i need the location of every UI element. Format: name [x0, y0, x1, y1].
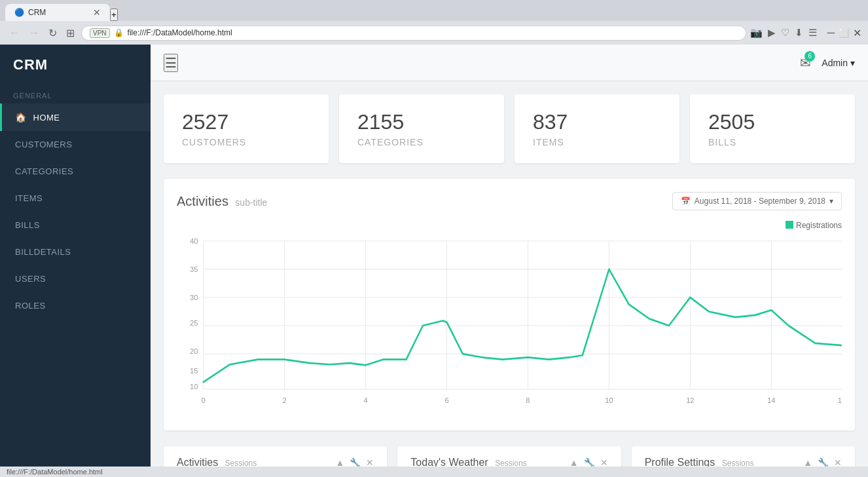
svg-text:10: 10 — [190, 383, 198, 391]
sidebar-item-home[interactable]: 🏠 Home — [0, 104, 151, 131]
activities-chart-card: Activities sub-title 📅 August 11, 2018 -… — [164, 179, 855, 430]
tab-title: CRM — [28, 8, 46, 17]
svg-text:8: 8 — [526, 396, 530, 404]
bills-number: 2505 — [708, 110, 837, 134]
sidebar-label-roles: ROLES — [15, 301, 46, 311]
svg-text:4: 4 — [363, 396, 368, 404]
topbar-right: ✉ 6 Admin ▾ — [800, 55, 855, 71]
legend-color-box — [786, 221, 793, 229]
svg-text:12: 12 — [686, 396, 694, 404]
svg-text:2: 2 — [282, 396, 286, 404]
svg-text:16: 16 — [838, 396, 842, 404]
categories-number: 2155 — [357, 110, 486, 134]
chart-legend: Registrations — [177, 221, 842, 230]
new-tab-button[interactable]: + — [110, 9, 118, 21]
minimize-button[interactable]: ─ — [827, 27, 835, 39]
svg-text:40: 40 — [190, 237, 198, 245]
sidebar-label-bills: BILLS — [15, 220, 40, 230]
svg-text:10: 10 — [605, 396, 613, 404]
items-number: 837 — [533, 110, 661, 134]
cast-button[interactable]: ▶ — [768, 27, 776, 39]
main-content: ☰ ✉ 6 Admin ▾ 2527 CUSTOMERS — [151, 45, 868, 477]
sidebar-label-home: Home — [33, 113, 60, 123]
customers-label: CUSTOMERS — [182, 137, 310, 147]
chevron-down-icon: ▾ — [850, 58, 855, 68]
chart-container: 40 35 30 25 20 15 10 0 2 4 6 8 10 — [177, 234, 842, 417]
date-range-picker[interactable]: 📅 August 11, 2018 - September 9, 2018 ▾ — [672, 192, 842, 210]
notification-badge: 6 — [805, 51, 815, 62]
browser-chrome: 🔵 CRM ✕ + ← → ↻ ⊞ VPN 🔒 file:///F:/DataM… — [0, 0, 868, 45]
chart-title-area: Activities sub-title — [177, 194, 267, 209]
svg-text:14: 14 — [767, 396, 776, 404]
vpn-badge: VPN — [90, 28, 110, 38]
address-bar[interactable]: VPN 🔒 file:///F:/DataModel/home.html — [81, 26, 746, 41]
sidebar-label-billdetails: BILLDETAILS — [15, 247, 71, 257]
address-text: file:///F:/DataModel/home.html — [128, 28, 232, 37]
sidebar-item-customers[interactable]: CUSTOMERS — [0, 131, 151, 158]
categories-label: CATEGORIES — [357, 137, 486, 147]
chevron-down-icon: ▾ — [829, 197, 833, 206]
sidebar-label-customers: CUSTOMERS — [15, 140, 72, 149]
app-wrapper: CRM GENERAL 🏠 Home CUSTOMERS CATEGORIES … — [0, 45, 868, 477]
stats-row: 2527 CUSTOMERS 2155 CATEGORIES 837 ITEMS… — [164, 94, 855, 163]
customers-number: 2527 — [182, 110, 310, 134]
camera-button[interactable]: 📷 — [750, 27, 763, 39]
stat-card-items: 837 ITEMS — [515, 94, 679, 163]
admin-menu-button[interactable]: Admin ▾ — [822, 58, 855, 68]
svg-text:0: 0 — [202, 396, 206, 404]
sidebar-item-users[interactable]: USERS — [0, 265, 151, 292]
legend-label: Registrations — [796, 221, 842, 230]
status-bar: file:///F:/DataModel/home.html — [151, 467, 868, 477]
sidebar-label-categories: CATEGORIES — [15, 166, 73, 176]
bookmark-button[interactable]: ♡ — [781, 27, 789, 39]
sidebar-item-categories[interactable]: CATEGORIES — [0, 158, 151, 185]
back-button[interactable]: ← — [7, 26, 22, 40]
download-button[interactable]: ⬇ — [795, 27, 803, 39]
notification-bell[interactable]: ✉ 6 — [800, 55, 811, 71]
sidebar: CRM GENERAL 🏠 Home CUSTOMERS CATEGORIES … — [0, 45, 151, 477]
sidebar-item-items[interactable]: ITEMS — [0, 185, 151, 212]
tab-favicon: 🔵 — [14, 8, 24, 17]
svg-text:30: 30 — [190, 294, 198, 301]
tab-bar: 🔵 CRM ✕ + — [0, 0, 868, 21]
stat-card-bills: 2505 BILLS — [690, 94, 855, 163]
hamburger-menu[interactable]: ☰ — [164, 54, 178, 72]
svg-text:15: 15 — [190, 367, 198, 375]
menu-button[interactable]: ☰ — [808, 27, 817, 39]
sidebar-item-roles[interactable]: ROLES — [0, 292, 151, 319]
stat-card-customers: 2527 CUSTOMERS — [164, 94, 329, 163]
sidebar-brand: CRM — [0, 45, 151, 85]
stat-card-categories: 2155 CATEGORIES — [339, 94, 504, 163]
sidebar-label-users: USERS — [15, 274, 46, 284]
sidebar-item-billdetails[interactable]: BILLDETAILS — [0, 238, 151, 265]
content-area: 2527 CUSTOMERS 2155 CATEGORIES 837 ITEMS… — [151, 81, 868, 477]
items-label: ITEMS — [533, 137, 661, 147]
svg-text:25: 25 — [190, 319, 198, 327]
security-icon: 🔒 — [114, 28, 124, 37]
home-icon: 🏠 — [15, 112, 27, 123]
svg-text:6: 6 — [444, 396, 448, 404]
browser-controls: ← → ↻ ⊞ VPN 🔒 file:///F:/DataModel/home.… — [0, 21, 868, 45]
apps-button[interactable]: ⊞ — [63, 26, 77, 41]
sidebar-label-items: ITEMS — [15, 193, 43, 203]
active-tab[interactable]: 🔵 CRM ✕ — [5, 4, 110, 21]
topbar: ☰ ✉ 6 Admin ▾ — [151, 45, 868, 81]
reload-button[interactable]: ↻ — [46, 26, 60, 41]
svg-text:20: 20 — [190, 347, 198, 355]
calendar-icon: 📅 — [681, 197, 691, 206]
tab-close-button[interactable]: ✕ — [93, 7, 101, 18]
forward-button[interactable]: → — [26, 26, 42, 40]
window-close-button[interactable]: ✕ — [853, 27, 861, 39]
browser-actions: 📷 ▶ ♡ ⬇ ☰ — [750, 27, 817, 39]
window-controls: ─ ⬜ ✕ — [827, 27, 861, 39]
date-range-text: August 11, 2018 - September 9, 2018 — [695, 197, 825, 206]
maximize-button[interactable]: ⬜ — [839, 28, 849, 38]
sidebar-item-bills[interactable]: BILLS — [0, 212, 151, 238]
admin-label: Admin — [822, 58, 848, 68]
sidebar-section-general: GENERAL — [0, 85, 151, 104]
svg-text:35: 35 — [190, 265, 198, 273]
chart-subtitle: sub-title — [235, 197, 267, 208]
chart-title: Activities — [177, 194, 228, 208]
activities-svg: 40 35 30 25 20 15 10 0 2 4 6 8 10 — [177, 234, 842, 417]
chart-header: Activities sub-title 📅 August 11, 2018 -… — [177, 192, 842, 210]
